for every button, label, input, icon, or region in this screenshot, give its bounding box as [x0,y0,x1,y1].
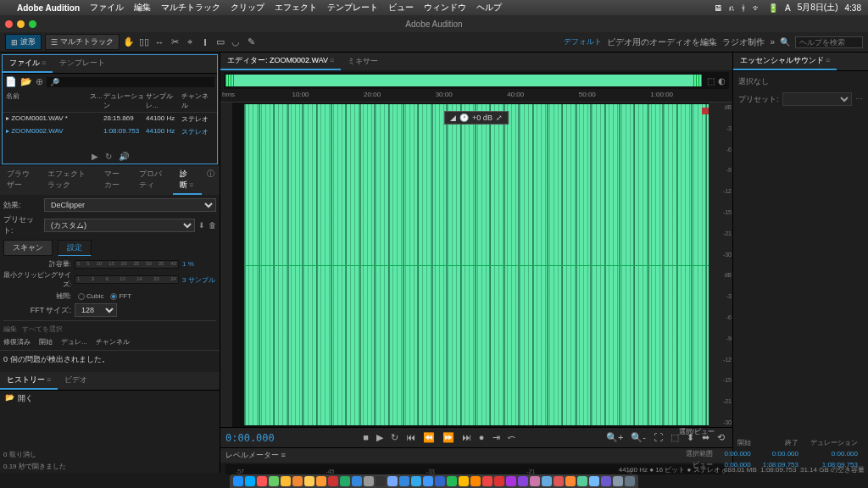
status-input-icon[interactable]: A [785,3,791,13]
tab-templates[interactable]: テンプレート [53,55,112,73]
go-start-button[interactable]: ⏮ [403,432,418,443]
app-menu[interactable]: Adobe Audition [17,3,80,13]
dock-app-icon[interactable] [423,476,433,486]
volume-hud[interactable]: ◢🕐+0 dB⤢ [444,111,509,125]
waveform-editor[interactable]: ◢🕐+0 dB⤢ dB-3-6-9-12-15-21-30 dB-3-6-9-1… [220,103,732,427]
dock-app-icon[interactable] [233,476,243,486]
record-button[interactable]: ● [476,432,487,443]
tab-editor[interactable]: エディター: ZOOM0002.WAV≡ [220,53,341,70]
status-bluetooth-icon[interactable]: ᚼ [741,3,746,13]
clip-indicator[interactable] [702,108,709,114]
effect-select[interactable]: DeClipper [44,198,216,212]
save-preset-icon[interactable]: ⬇ [198,221,205,230]
menu-effect[interactable]: エフェクト [275,2,317,14]
loop-button[interactable]: ↻ [388,432,401,443]
tab-property[interactable]: プロパティ [132,166,173,195]
loop-file-icon[interactable]: ↻ [105,152,112,161]
workspace-default[interactable]: デフォルト [564,36,602,47]
dock-app-icon[interactable] [542,476,552,486]
marquee-tool-icon[interactable]: ▭ [214,36,226,48]
play-button[interactable]: ▶ [374,432,386,443]
dock-app-icon[interactable] [352,476,362,486]
macos-dock[interactable] [230,474,638,488]
dock-app-icon[interactable] [387,476,398,486]
dock-app-icon[interactable] [482,476,492,486]
menu-window[interactable]: ウィンドウ [424,2,466,14]
dock-app-icon[interactable] [292,476,303,486]
dock-app-icon[interactable] [625,476,635,486]
menu-view[interactable]: ビュー [388,2,414,14]
settings-button[interactable]: 設定 [58,240,92,256]
tab-fxrack[interactable]: エフェクトラック [41,166,97,195]
dock-app-icon[interactable] [435,476,445,486]
status-battery-icon[interactable]: 🔋 [768,3,778,13]
status-time[interactable]: 4:38 [845,3,861,13]
zoom-out-icon[interactable]: 🔍- [628,432,648,443]
cut-tool-icon[interactable]: ▯▯ [138,36,150,48]
dock-app-icon[interactable] [340,476,350,486]
menu-multitrack[interactable]: マルチトラック [161,2,220,14]
brush-tool-icon[interactable]: ✎ [245,36,257,48]
autoplay-icon[interactable]: 🔊 [119,152,129,161]
tab-files[interactable]: ファイル≡ [3,55,53,73]
tab-browser[interactable]: ブラウザー [0,166,41,195]
workspace-video[interactable]: ビデオ用のオーディオを編集 [607,36,717,48]
dock-app-icon[interactable] [364,476,374,486]
dock-app-icon[interactable] [257,476,267,486]
dock-app-icon[interactable] [554,476,564,486]
menu-help[interactable]: ヘルプ [476,2,502,14]
dock-app-icon[interactable] [601,476,611,486]
file-filter-input[interactable] [47,77,214,87]
menu-file[interactable]: ファイル [90,2,124,14]
dock-app-icon[interactable] [613,476,623,486]
dock-app-icon[interactable] [376,476,386,486]
timeline-ruler[interactable]: hms 10:00 20:00 30:00 40:00 50:00 1:00:0… [220,91,732,103]
lasso-tool-icon[interactable]: ◡ [230,36,242,48]
forward-button[interactable]: ⏩ [440,432,457,443]
spectral-toggle-icon[interactable]: ⬚ [707,76,715,86]
tab-diagnostics[interactable]: 診断≡ [173,166,202,195]
ess-preset-menu-icon[interactable]: ⋯ [855,95,863,103]
dock-app-icon[interactable] [399,476,409,486]
dock-app-icon[interactable] [316,476,326,486]
menu-template[interactable]: テンプレート [327,2,378,14]
dock-app-icon[interactable] [518,476,528,486]
time-select-tool-icon[interactable]: I [199,36,211,48]
filter-edit[interactable]: 編集 [3,324,17,334]
dock-app-icon[interactable] [245,476,255,486]
overview-waveform[interactable]: ⬚ ◐ [224,72,729,89]
file-row[interactable]: ▸ ZOOM0001.WAV *28:15.86944100 Hzステレオ [3,113,217,125]
dock-app-icon[interactable] [447,476,457,486]
go-end-button[interactable]: ⏭ [459,432,474,443]
fftsize-select[interactable]: 128 [75,303,117,317]
tab-marker[interactable]: マーカー [97,166,132,195]
status-screencast-icon[interactable]: 🖥 [714,3,722,13]
multitrack-mode-button[interactable]: ☰マルチトラック [45,34,120,50]
info-icon[interactable]: ⓘ [202,166,220,195]
minimize-window-button[interactable] [17,20,25,28]
file-row-selected[interactable]: ▸ ZOOM0002.WAV1:08:09.75344100 Hzステレオ [3,125,217,138]
new-file-icon[interactable]: 📄 [5,76,17,87]
dock-app-icon[interactable] [589,476,599,486]
record-icon[interactable]: ⊕ [36,76,43,87]
timecode-display[interactable]: 0:00.000 [225,432,275,444]
scan-button[interactable]: スキャン [3,240,53,256]
pan-display-icon[interactable]: ◐ [718,76,726,86]
status-date[interactable]: 5月8日(土) [798,2,838,14]
tab-video[interactable]: ビデオ [58,372,94,390]
waveform-mode-button[interactable]: ⊞波形 [5,34,42,50]
play-file-icon[interactable]: ▶ [92,152,98,161]
tab-mixer[interactable]: ミキサー [341,53,385,69]
zoom-full-icon[interactable]: ⛶ [651,432,665,443]
filter-selectall[interactable]: すべてを選択 [22,324,63,334]
move-tool-icon[interactable]: ↔ [153,36,165,48]
dock-app-icon[interactable] [577,476,587,486]
radio-fft[interactable]: FFT [110,291,131,301]
razor-tool-icon[interactable]: ✂ [169,36,181,48]
clipsize-slider[interactable]: 13610142024 [75,275,179,284]
workspace-more-icon[interactable]: » [770,37,775,47]
return-playhead-button[interactable]: ⤺ [505,432,518,443]
status-wifi-icon[interactable]: ᯤ [753,3,761,13]
menu-edit[interactable]: 編集 [134,2,151,14]
preset-select[interactable]: (カスタム) [44,219,195,232]
